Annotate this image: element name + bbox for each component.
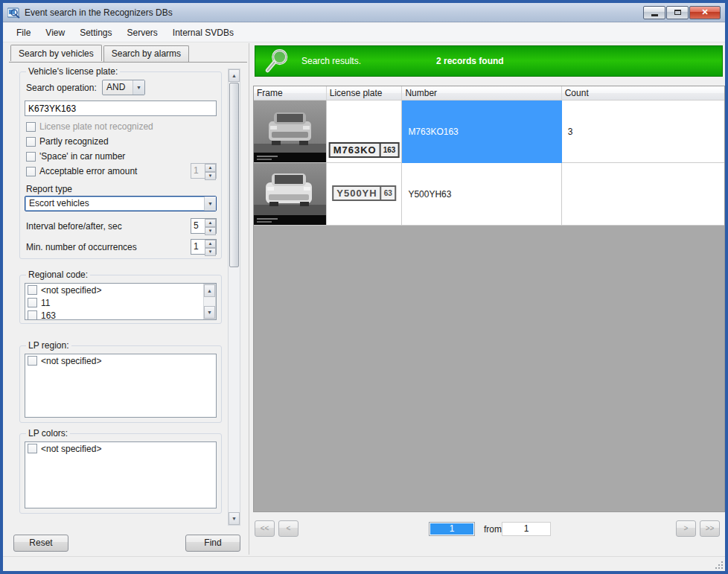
- menu-settings[interactable]: Settings: [72, 25, 119, 41]
- checkbox[interactable]: [26, 152, 36, 162]
- interval-spinner[interactable]: 5 ▲ ▼: [191, 218, 217, 234]
- spin-up-icon[interactable]: ▲: [205, 164, 216, 172]
- scrollbar-thumb[interactable]: [229, 83, 239, 267]
- menu-view[interactable]: View: [38, 25, 72, 41]
- checkbox[interactable]: [28, 310, 37, 320]
- checkbox[interactable]: [28, 285, 37, 295]
- vehicle-frame-image: [254, 101, 326, 162]
- error-amount-spinner: 1 ▲ ▼: [191, 163, 217, 179]
- spinner-value: 1: [191, 164, 205, 178]
- list-item[interactable]: 11: [25, 296, 216, 309]
- checkbox[interactable]: [28, 298, 37, 307]
- title-bar[interactable]: Event search in the Recognizers DBs ✕: [3, 3, 725, 22]
- spinner-arrows: ▲ ▼: [205, 164, 216, 178]
- lp-colors-list[interactable]: <not specified>: [25, 441, 217, 508]
- list-item[interactable]: <not specified>: [25, 284, 216, 296]
- list-item[interactable]: 163: [25, 309, 216, 320]
- from-label: from: [484, 524, 502, 535]
- maximize-button[interactable]: [666, 6, 689, 19]
- resize-grip[interactable]: [715, 561, 724, 570]
- checkbox[interactable]: [28, 444, 37, 453]
- report-type-combo[interactable]: Escort vehicles ▼: [25, 196, 217, 211]
- list-scrollbar[interactable]: ▲ ▼: [203, 284, 216, 319]
- scroll-down-icon[interactable]: ▼: [204, 306, 215, 319]
- find-button[interactable]: Find: [185, 535, 240, 552]
- results-banner: Search results. 2 records found: [255, 45, 723, 77]
- spin-down-icon[interactable]: ▼: [205, 227, 216, 235]
- window-title: Event search in the Recognizers DBs: [25, 7, 173, 18]
- menu-bar: File View Settings Servers Internal SVDB…: [3, 23, 725, 42]
- menu-file[interactable]: File: [9, 25, 38, 41]
- license-plate-cell[interactable]: M763KO 163: [327, 101, 403, 163]
- checkbox-label: Acceptable error amount: [39, 166, 137, 176]
- column-header-license-plate[interactable]: License plate: [327, 86, 403, 100]
- chevron-down-icon: ▼: [204, 197, 216, 211]
- checkbox-row-acceptable-error[interactable]: Acceptable error amount: [26, 166, 137, 176]
- column-header-frame[interactable]: Frame: [254, 86, 327, 100]
- license-plate-input[interactable]: [25, 101, 217, 116]
- group-title: LP region:: [26, 340, 71, 351]
- close-button[interactable]: ✕: [689, 6, 721, 19]
- scroll-up-icon[interactable]: ▲: [229, 69, 240, 82]
- scroll-up-icon[interactable]: ▲: [204, 284, 215, 297]
- menu-internal-svdbs[interactable]: Internal SVDBs: [165, 25, 241, 41]
- window-controls: ✕: [642, 6, 721, 19]
- results-status-text: Search results.: [301, 56, 361, 66]
- page-number-input[interactable]: 1: [429, 522, 475, 536]
- interval-label: Interval before/after, sec: [26, 221, 122, 232]
- group-regional-code: Regional code: <not specified> 11 163 ▲ …: [19, 275, 222, 324]
- checkbox-row-not-recognized[interactable]: License plate not recognized: [26, 121, 153, 132]
- checkbox-row-partly-recognized[interactable]: Partly recognized: [26, 136, 109, 147]
- status-bar: [3, 556, 725, 571]
- scroll-down-icon[interactable]: ▼: [229, 512, 240, 525]
- first-page-button[interactable]: <<: [255, 520, 275, 537]
- page-number-value: 1: [430, 523, 473, 535]
- frame-cell[interactable]: [254, 163, 327, 226]
- list-item[interactable]: <not specified>: [25, 442, 216, 455]
- last-page-button[interactable]: >>: [700, 520, 720, 537]
- search-operation-label: Search operation:: [26, 83, 97, 93]
- next-page-button[interactable]: >: [676, 520, 696, 537]
- checkbox[interactable]: [26, 167, 36, 176]
- column-header-count[interactable]: Count: [562, 86, 724, 100]
- checkbox[interactable]: [26, 137, 36, 147]
- reset-button[interactable]: Reset: [13, 535, 68, 552]
- total-pages-box: 1: [502, 522, 551, 536]
- group-title: LP colors:: [26, 428, 70, 439]
- number-cell-selected[interactable]: M763KO163: [402, 101, 561, 163]
- tab-search-by-alarms[interactable]: Search by alarms: [103, 45, 189, 62]
- prev-page-button[interactable]: <: [278, 520, 298, 537]
- checkbox-label: Partly recognized: [39, 136, 109, 147]
- minimize-button[interactable]: [643, 6, 665, 19]
- checkbox-row-space-in-number[interactable]: 'Space' in car number: [26, 151, 125, 162]
- count-cell[interactable]: 3: [562, 101, 724, 163]
- recognized-number: Y500YH63: [408, 189, 451, 200]
- panel-scrollbar[interactable]: ▲ ▼: [228, 68, 240, 526]
- list-item[interactable]: <not specified>: [25, 354, 216, 367]
- spin-up-icon[interactable]: ▲: [205, 219, 216, 227]
- frame-cell[interactable]: [254, 101, 327, 163]
- license-plate-cell[interactable]: Y500YH 63: [327, 163, 403, 226]
- spin-down-icon[interactable]: ▼: [205, 172, 216, 180]
- checkbox[interactable]: [26, 122, 36, 132]
- plate-number: Y500YH: [333, 187, 380, 200]
- lp-region-list[interactable]: <not specified>: [25, 354, 217, 418]
- min-occurrences-spinner[interactable]: 1 ▲ ▼: [191, 239, 217, 255]
- regional-code-list[interactable]: <not specified> 11 163 ▲ ▼: [25, 283, 217, 320]
- search-operation-combo[interactable]: AND ▼: [102, 80, 145, 95]
- menu-servers[interactable]: Servers: [120, 25, 165, 41]
- spin-down-icon[interactable]: ▼: [205, 248, 216, 256]
- table-row[interactable]: Y500YH 63 Y500YH63: [254, 163, 724, 226]
- spin-up-icon[interactable]: ▲: [205, 240, 216, 248]
- spinner-arrows: ▲ ▼: [205, 219, 216, 233]
- table-row[interactable]: M763KO 163 M763KO163 3: [254, 101, 724, 163]
- column-header-number[interactable]: Number: [402, 86, 561, 100]
- search-filters-panel: Vehicle's license plate: Search operatio…: [3, 63, 249, 555]
- count-cell[interactable]: [562, 163, 724, 226]
- tab-search-by-vehicles[interactable]: Search by vehicles: [10, 45, 102, 61]
- report-type-label: Report type: [26, 184, 72, 194]
- checkbox[interactable]: [28, 356, 37, 366]
- app-window: Event search in the Recognizers DBs ✕ Fi…: [0, 0, 728, 574]
- number-cell[interactable]: Y500YH63: [402, 163, 561, 226]
- pagination-bar: << < 1 from 1 > >>: [253, 517, 721, 541]
